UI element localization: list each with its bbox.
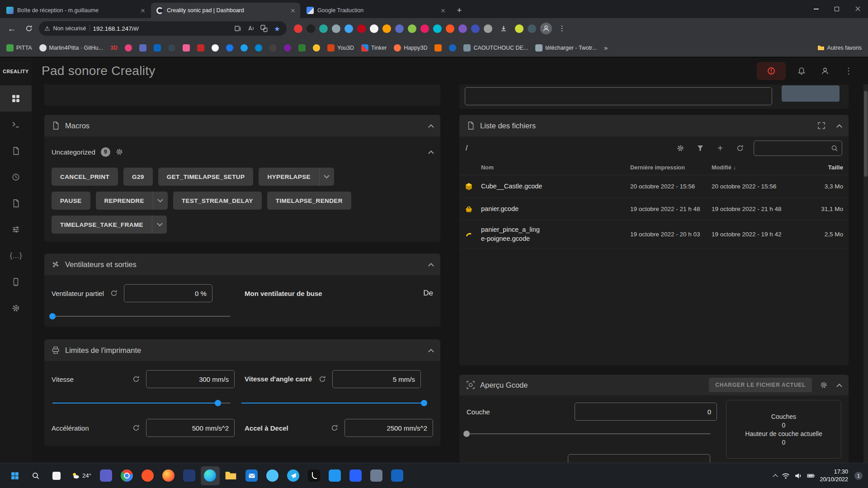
tray-overflow-chevron-icon[interactable]: [773, 474, 778, 479]
collapse-chevron-icon[interactable]: [428, 348, 434, 354]
column-name[interactable]: Nom: [481, 164, 630, 171]
sidebar-item-history[interactable]: [0, 164, 32, 190]
macro-button[interactable]: HYPERLAPSE: [259, 168, 320, 186]
close-button[interactable]: [847, 0, 868, 18]
sidebar-item-macros[interactable]: {…}: [0, 243, 32, 269]
extension-icon[interactable]: [294, 24, 302, 33]
bookmark-icon[interactable]: [125, 44, 132, 52]
bookmark-you3d[interactable]: You3D: [327, 44, 354, 52]
sidebar-item-jobs[interactable]: [0, 138, 32, 164]
column-last-print[interactable]: Dernière impression: [630, 164, 712, 171]
start-button[interactable]: [5, 466, 24, 485]
slider-thumb[interactable]: [463, 431, 470, 437]
tab-creality-dashboard[interactable]: Creality sonic pad | Dashboard: [151, 3, 300, 18]
bookmark-icon[interactable]: [313, 44, 320, 52]
sidebar-item-device[interactable]: [0, 269, 32, 295]
bookmark-caoutchouc[interactable]: CAOUTCHOUC DE...: [463, 44, 528, 52]
macro-button[interactable]: G29: [123, 168, 153, 186]
macro-button[interactable]: REPRENDRE: [96, 192, 153, 210]
move-progress-input[interactable]: [568, 454, 710, 463]
macro-button[interactable]: TIMELAPSE_RENDER: [267, 192, 351, 210]
send-button[interactable]: [782, 85, 840, 102]
bookmark-telecharger[interactable]: télécharger - Twotr...: [535, 44, 597, 52]
extension-icon[interactable]: [433, 24, 442, 33]
bookmark-3d[interactable]: 3D: [110, 45, 118, 51]
tab-close-icon[interactable]: [139, 7, 146, 14]
security-label[interactable]: Non sécurisé: [53, 25, 86, 32]
sidebar-item-console[interactable]: [0, 112, 32, 138]
slider-thumb[interactable]: [215, 400, 221, 406]
macro-button[interactable]: TIMELAPSE_TAKE_FRAME: [52, 216, 152, 234]
sidebar-item-configuration[interactable]: [0, 190, 32, 216]
taskbar-app-blue[interactable]: [263, 466, 282, 485]
file-settings-button[interactable]: [674, 142, 687, 155]
taskbar-app-edge[interactable]: [201, 466, 220, 485]
scrollbar-thumb[interactable]: [864, 91, 868, 177]
facebook-bookmark-icon[interactable]: [226, 44, 233, 52]
reset-icon[interactable]: [331, 424, 338, 432]
load-current-file-button[interactable]: CHARGER LE FICHIER ACTUEL: [709, 378, 812, 392]
macro-button[interactable]: GET_TIMELAPSE_SETUP: [158, 168, 254, 186]
bookmark-marlin4pitta[interactable]: Marlin4Pitta · GitHu...: [39, 44, 103, 52]
volume-icon[interactable]: [794, 472, 802, 480]
file-search-box[interactable]: [754, 141, 842, 156]
fullscreen-icon[interactable]: [817, 122, 826, 130]
extension-icon[interactable]: [344, 24, 353, 33]
bookmarks-overflow-button[interactable]: »: [604, 44, 608, 51]
extension-icon[interactable]: [515, 24, 524, 33]
file-search-input[interactable]: [758, 145, 828, 152]
sidebar-item-tune[interactable]: [0, 216, 32, 243]
collapse-chevron-icon[interactable]: [428, 263, 434, 268]
open-in-app-button[interactable]: [233, 23, 243, 33]
minimize-button[interactable]: [806, 0, 826, 18]
refresh-button[interactable]: [22, 21, 36, 36]
user-button[interactable]: [817, 63, 833, 79]
bookmark-icon[interactable]: [269, 44, 277, 52]
extension-icon[interactable]: [307, 24, 315, 33]
collapse-chevron-icon[interactable]: [428, 124, 434, 130]
bookmark-pitta[interactable]: PITTA: [6, 44, 32, 52]
sidebar-item-settings[interactable]: [0, 295, 32, 321]
taskbar-clock[interactable]: 17:30 20/10/2022: [820, 468, 848, 483]
taskbar-app-vscode[interactable]: [326, 466, 344, 485]
velocity-input[interactable]: [146, 370, 235, 388]
partial-fan-input[interactable]: [124, 284, 212, 302]
collapse-chevron-icon[interactable]: [836, 383, 842, 389]
gcode-card-header[interactable]: Aperçu Gcode CHARGER LE FICHIER ACTUEL: [459, 375, 849, 395]
taskbar-app-code2[interactable]: [388, 466, 407, 485]
file-row[interactable]: panier_pince_a_linge-poignee.gcode 19 oc…: [459, 221, 849, 249]
tab-close-icon[interactable]: [289, 7, 297, 14]
accel-input[interactable]: [146, 419, 235, 437]
taskbar-app-telegram[interactable]: [284, 466, 303, 485]
taskbar-app-mail[interactable]: [242, 466, 261, 485]
tab-google-translate[interactable]: Google Traduction: [301, 3, 450, 18]
taskbar-weather-widget[interactable]: 24°: [68, 466, 95, 485]
taskbar-app-shield[interactable]: [180, 466, 199, 485]
collapse-chevron-icon[interactable]: [836, 124, 842, 130]
file-row[interactable]: Cube__Castle.gcode 20 octobre 2022 - 15:…: [459, 175, 849, 198]
extension-icon[interactable]: [332, 24, 340, 33]
extension-icon[interactable]: [420, 24, 429, 33]
files-card-header[interactable]: Liste des fichiers: [459, 115, 849, 136]
bookmark-icon[interactable]: [139, 44, 146, 52]
tab-close-icon[interactable]: [439, 7, 447, 14]
taskbar-app-h[interactable]: [346, 466, 365, 485]
bookmark-tinker[interactable]: Tinker: [361, 44, 387, 52]
filter-button[interactable]: [694, 142, 707, 155]
sidebar-item-dashboard[interactable]: [0, 85, 32, 112]
url-text[interactable]: 192.168.1.247/#/: [93, 25, 230, 32]
column-size[interactable]: Taille: [809, 164, 843, 171]
taskbar-app-firefox[interactable]: [159, 466, 178, 485]
macro-button[interactable]: TEST_STREAM_DELAY: [173, 192, 262, 210]
wifi-icon[interactable]: [782, 472, 790, 480]
extension-icon[interactable]: [370, 24, 378, 33]
macro-dropdown-button[interactable]: [320, 168, 334, 186]
layer-slider[interactable]: [467, 433, 711, 434]
extension-icon[interactable]: [471, 24, 480, 33]
current-path[interactable]: /: [466, 144, 467, 152]
taskbar-file-explorer[interactable]: [222, 466, 241, 485]
tab-mail[interactable]: Boîte de réception - m.guillaume: [1, 3, 150, 18]
add-file-button[interactable]: +: [714, 142, 726, 155]
back-button[interactable]: ←: [5, 21, 19, 36]
notifications-button[interactable]: [794, 63, 809, 79]
